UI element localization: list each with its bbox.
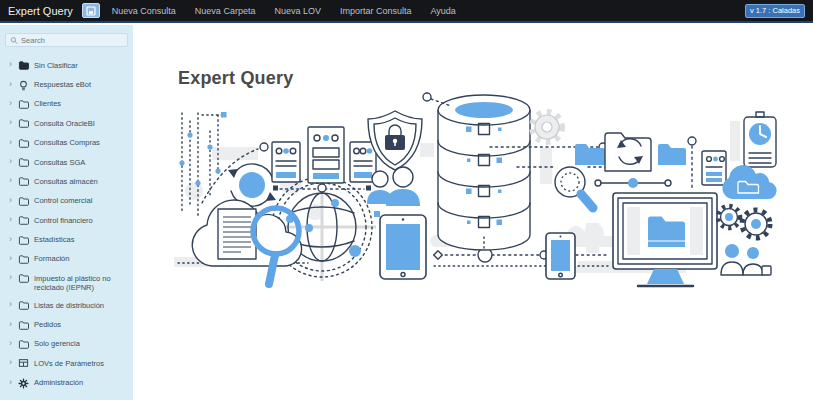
sidebar-tree-item[interactable]: › Consultas Compras <box>0 134 133 153</box>
chevron-right-icon[interactable]: › <box>9 378 14 387</box>
sidebar-item-label: Control comercial <box>34 196 92 206</box>
folder-icon <box>18 254 30 265</box>
database-illustration <box>172 85 797 300</box>
sidebar-tree-item[interactable]: › Consultas almacén <box>0 172 133 191</box>
folder-icon <box>18 99 30 110</box>
sidebar-toggle-icon <box>86 6 96 16</box>
chevron-right-icon[interactable]: › <box>9 196 14 205</box>
sidebar-item-label: LOVs de Parámetros <box>34 358 104 368</box>
nav-menu: Nueva Consulta Nueva Carpeta Nueva LOV I… <box>112 6 456 16</box>
folder-dark-icon <box>18 60 30 71</box>
users-icon <box>367 167 420 206</box>
sidebar-item-label: Clientes <box>34 99 61 109</box>
chevron-right-icon[interactable]: › <box>9 176 14 185</box>
sidebar-item-label: Impuesto al plástico no reciclado (IEPNR… <box>34 273 129 292</box>
chevron-right-icon[interactable]: › <box>9 273 14 282</box>
nav-menu-item[interactable]: Ayuda <box>430 6 455 16</box>
folder-icon <box>18 273 30 284</box>
sidebar-item-label: Consultas almacén <box>34 176 98 186</box>
sidebar-tree-item[interactable]: › Impuesto al plástico no reciclado (IEP… <box>0 269 133 296</box>
folder-icon <box>18 235 30 246</box>
chevron-right-icon[interactable]: › <box>9 358 14 367</box>
sidebar-tree-item[interactable]: › Consulta OracleBI <box>0 114 133 133</box>
chevron-right-icon[interactable]: › <box>9 339 14 348</box>
chevron-right-icon[interactable]: › <box>9 320 14 329</box>
bulb-icon <box>18 80 30 91</box>
chevron-right-icon[interactable]: › <box>9 118 14 127</box>
sidebar-item-label: Pedidos <box>34 320 61 330</box>
chevron-right-icon[interactable]: › <box>9 235 14 244</box>
sidebar-item-label: Administración <box>34 378 83 388</box>
mini-server-icon <box>702 151 726 185</box>
folder-icon <box>18 339 30 350</box>
sidebar-item-label: Listas de distribución <box>34 300 104 310</box>
gear-icon <box>532 112 562 142</box>
chevron-right-icon[interactable]: › <box>9 99 14 108</box>
sidebar-item-label: Solo gerencia <box>34 339 80 349</box>
folder-icon <box>18 196 30 207</box>
folder-icon <box>18 157 30 168</box>
chevron-right-icon[interactable]: › <box>9 60 14 69</box>
nav-menu-item[interactable]: Nueva LOV <box>274 6 321 16</box>
server-racks-icon <box>272 127 376 192</box>
sidebar-item-label: Formación <box>34 254 69 264</box>
sidebar-tree-item[interactable]: › Control financiero <box>0 211 133 230</box>
search-icon <box>10 36 18 45</box>
sidebar-item-label: Consultas SGA <box>34 157 85 167</box>
sidebar-tree-item[interactable]: › Clientes <box>0 95 133 114</box>
search-input[interactable] <box>21 36 123 45</box>
timer-device-icon <box>744 112 776 167</box>
sidebar-search[interactable] <box>5 33 128 47</box>
sidebar-tree-item[interactable]: › Estadísticas <box>0 230 133 249</box>
folder-icon <box>18 320 30 331</box>
cloud-folder-icon <box>722 165 776 199</box>
chevron-right-icon[interactable]: › <box>9 300 14 309</box>
gears-pair-icon <box>718 206 770 238</box>
sidebar-tree-item[interactable]: › Consultas SGA <box>0 153 133 172</box>
chevron-right-icon[interactable]: › <box>9 215 14 224</box>
sidebar-tree-item[interactable]: › Sin Clasificar <box>0 56 133 75</box>
folder-icon <box>18 138 30 149</box>
app-brand: Expert Query <box>8 5 73 17</box>
folder-icon <box>18 176 30 187</box>
chevron-right-icon[interactable]: › <box>9 254 14 263</box>
sidebar-item-label: Consulta OracleBI <box>34 118 95 128</box>
sidebar-tree-item[interactable]: › Pedidos <box>0 315 133 334</box>
sidebar-tree-item[interactable]: › LOVs de Parámetros <box>0 354 133 373</box>
phone-icon <box>546 233 575 279</box>
chevron-right-icon[interactable]: › <box>9 157 14 166</box>
folder-icon <box>18 215 30 226</box>
cloud-search-icon <box>192 200 301 284</box>
sidebar-tree-item[interactable]: › Listas de distribución <box>0 296 133 315</box>
nav-menu-item[interactable]: Nueva Consulta <box>112 6 176 16</box>
folder-icon <box>18 118 30 129</box>
tablet-icon <box>374 211 426 279</box>
gear-icon <box>18 378 30 389</box>
sidebar-toggle-button[interactable] <box>82 3 100 18</box>
sidebar-item-label: Sin Clasificar <box>34 60 78 70</box>
sidebar-item-label: Estadísticas <box>34 235 74 245</box>
sidebar-tree-item[interactable]: › Control comercial <box>0 192 133 211</box>
sidebar-tree-item[interactable]: › Respuestas eBot <box>0 75 133 94</box>
users-blue-icon <box>721 244 771 275</box>
nav-menu-item[interactable]: Nueva Carpeta <box>195 6 256 16</box>
sidebar-item-label: Respuestas eBot <box>34 80 91 90</box>
sidebar-item-label: Consultas Compras <box>34 138 100 148</box>
top-navbar: Expert Query Nueva Consulta Nueva Carpet… <box>0 0 813 23</box>
sidebar-tree-item[interactable]: › Administración <box>0 374 133 393</box>
chevron-right-icon[interactable]: › <box>9 80 14 89</box>
nav-menu-item[interactable]: Importar Consulta <box>340 6 412 16</box>
folder-icon <box>18 300 30 311</box>
database-cylinder-icon <box>423 93 530 251</box>
lov-icon <box>18 358 30 369</box>
version-badge: v 1.7 : Caladas <box>745 4 805 18</box>
sidebar-tree-item[interactable]: › Formación <box>0 250 133 269</box>
sidebar-item-label: Control financiero <box>34 215 93 225</box>
sidebar: › Sin Clasificar › Respuestas eBot › Cli… <box>0 25 133 400</box>
sidebar-tree: › Sin Clasificar › Respuestas eBot › Cli… <box>0 56 133 393</box>
chevron-right-icon[interactable]: › <box>9 138 14 147</box>
magnifier-icon <box>555 167 593 208</box>
sidebar-tree-item[interactable]: › Solo gerencia <box>0 335 133 354</box>
